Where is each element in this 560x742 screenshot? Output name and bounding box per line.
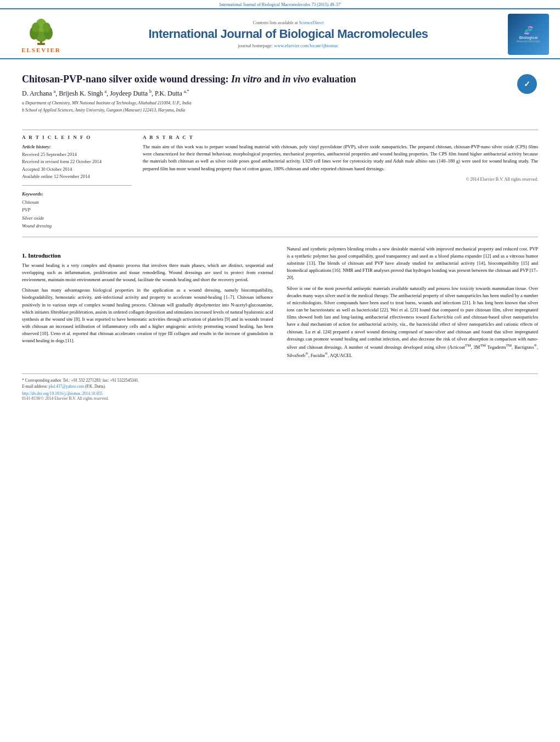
- article-info-label: A R T I C L E I N F O: [22, 135, 132, 140]
- page-wrapper: International Journal of Biological Macr…: [0, 0, 560, 742]
- journal-header: ELSEVIER Contents lists available at Sci…: [0, 8, 560, 59]
- affiliations: a Department of Chemistry, MN National I…: [22, 100, 508, 114]
- affiliation-a: a Department of Chemistry, MN National I…: [22, 100, 508, 107]
- divider-2: [22, 237, 538, 237]
- body-col-left: 1. Introduction The wound healing is a v…: [22, 246, 273, 362]
- journal-logo-box: 🧬 Biological Macromolecules: [508, 14, 549, 55]
- intro-heading: 1. Introduction: [22, 252, 273, 259]
- journal-title: International Journal of Biological Macr…: [71, 27, 505, 41]
- keyword-wound: Wound dressing: [22, 222, 132, 230]
- footnote-email-value[interactable]: pkd.437@yahoo.com: [49, 384, 84, 389]
- contents-available: Contents lists available at ScienceDirec…: [71, 20, 505, 25]
- received-date: Received 25 September 2014: [22, 151, 132, 159]
- footnote-email: E-mail address: pkd.437@yahoo.com (P.K. …: [22, 383, 538, 389]
- elsevier-tree-icon: [22, 15, 60, 46]
- divider-keywords: [22, 185, 132, 186]
- top-banner: International Journal of Biological Macr…: [0, 0, 560, 8]
- keyword-chitosan: Chitosan: [22, 198, 132, 206]
- abstract-text: The main aim of this work was to prepare…: [143, 143, 538, 172]
- authors: D. Archana a, Brijesh K. Singh a, Joydee…: [22, 89, 508, 98]
- keywords-label: Keywords:: [22, 191, 132, 197]
- info-abstract-columns: A R T I C L E I N F O Article history: R…: [22, 135, 538, 230]
- doi-text[interactable]: http://dx.doi.org/10.1016/j.ijbiomac.201…: [22, 391, 538, 396]
- issn-text: 0141-8130/© 2014 Elsevier B.V. All right…: [22, 396, 538, 401]
- article-info-column: A R T I C L E I N F O Article history: R…: [22, 135, 132, 230]
- article-footer: * Corresponding author. Tel.: +91 532 22…: [22, 373, 538, 401]
- keyword-pvp: PVP: [22, 206, 132, 214]
- revised-date: Received in revised form 22 October 2014: [22, 158, 132, 166]
- sciencedirect-link[interactable]: ScienceDirect: [299, 20, 324, 25]
- journal-logo: 🧬 Biological Macromolecules: [505, 14, 549, 55]
- logo-line-1: Biological: [519, 36, 537, 40]
- svg-rect-7: [37, 43, 45, 45]
- article-title: Chitosan-PVP-nano silver oxide wound dre…: [22, 73, 508, 86]
- footnote-email-label: E-mail address:: [22, 384, 48, 389]
- right-para1: Natural and synthetic polymers blending …: [287, 246, 539, 282]
- keyword-silver: Silver oxide: [22, 214, 132, 222]
- history-label: Article history:: [22, 143, 132, 151]
- abstract-label: A B S T R A C T: [143, 135, 538, 140]
- homepage-label: journal homepage:: [238, 43, 273, 48]
- available-date: Available online 12 November 2014: [22, 173, 132, 181]
- keywords-section: Keywords: Chitosan PVP Silver oxide Woun…: [22, 191, 132, 230]
- article-history: Article history: Received 25 September 2…: [22, 143, 132, 181]
- contents-label: Contents lists available at: [253, 20, 298, 25]
- body-columns: 1. Introduction The wound healing is a v…: [22, 246, 538, 362]
- accepted-date: Accepted 30 October 2014: [22, 166, 132, 174]
- homepage-url[interactable]: www.elsevier.com/locate/ijbiomac: [274, 43, 338, 48]
- elsevier-logo: ELSEVIER: [11, 15, 71, 53]
- elsevier-text: ELSEVIER: [21, 47, 61, 53]
- body-col-right: Natural and synthetic polymers blending …: [287, 246, 539, 362]
- content-area: Chitosan-PVP-nano silver oxide wound dre…: [0, 59, 560, 406]
- svg-point-5: [32, 23, 40, 32]
- footnote-star-text: * Corresponding author. Tel.: +91 532 22…: [22, 378, 139, 383]
- journal-title-block: Contents lists available at ScienceDirec…: [71, 20, 505, 48]
- divider-1: [22, 130, 538, 130]
- intro-para1: The wound healing is a very complex and …: [22, 262, 273, 284]
- logo-line-2: Macromolecules: [517, 40, 541, 43]
- intro-para2: Chitosan has many advantageous biologica…: [22, 287, 273, 344]
- abstract-column: A B S T R A C T The main aim of this wor…: [143, 135, 538, 230]
- footnote-email-suffix: (P.K. Dutta).: [85, 384, 106, 389]
- copyright-text: © 2014 Elsevier B.V. All rights reserved…: [143, 177, 538, 182]
- affiliation-b: b School of Applied Sciences, Amity Univ…: [22, 107, 508, 114]
- article-title-section: Chitosan-PVP-nano silver oxide wound dre…: [22, 65, 538, 125]
- crossmark-logo[interactable]: ✓: [516, 73, 538, 95]
- crossmark-icon: ✓: [517, 74, 537, 94]
- svg-point-6: [43, 23, 51, 32]
- footnote-corresponding: * Corresponding author. Tel.: +91 532 22…: [22, 377, 538, 383]
- right-para2: Silver is one of the most powerful antis…: [287, 285, 539, 359]
- journal-homepage: journal homepage: www.elsevier.com/locat…: [71, 43, 505, 48]
- banner-text: International Journal of Biological Macr…: [219, 2, 340, 7]
